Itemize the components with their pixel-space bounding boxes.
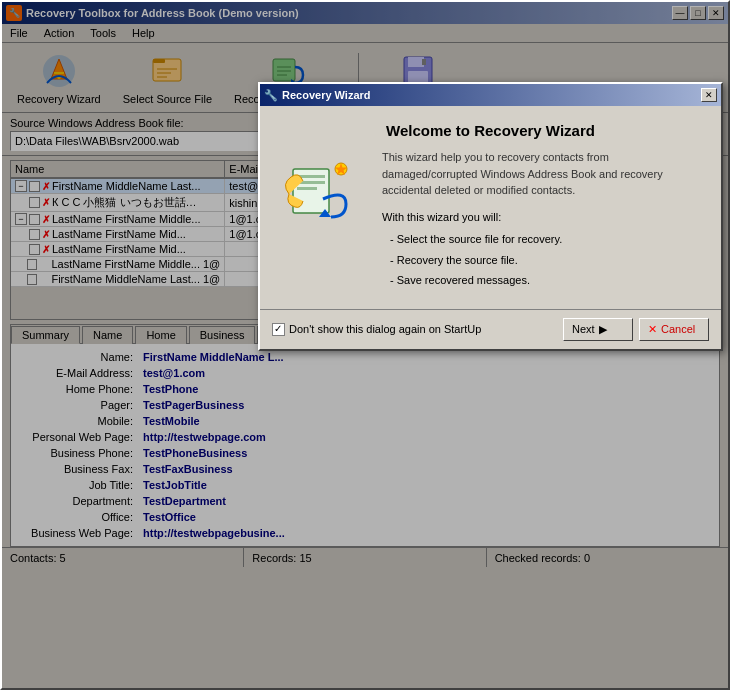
modal-text: This wizard help you to recovery contact… [382,149,705,293]
main-window: 🔧 Recovery Toolbox for Address Book (Dem… [0,0,730,690]
dont-show-row: Don't show this dialog again on StartUp [272,323,481,336]
modal-bullet-1: - Select the source file for recovery. [390,231,705,248]
modal-wizard-icon [276,149,366,229]
modal-overlay: 🔧 Recovery Wizard ✕ Welcome to Recovery … [2,2,728,688]
dont-show-label: Don't show this dialog again on StartUp [289,323,481,335]
modal-title-bar: 🔧 Recovery Wizard ✕ [260,84,721,106]
dont-show-checkbox[interactable] [272,323,285,336]
modal-body: This wizard help you to recovery contact… [276,149,705,293]
modal-description: This wizard help you to recovery contact… [382,149,705,199]
cancel-x-icon: ✕ [648,323,657,336]
modal-content: Welcome to Recovery Wizard [260,106,721,309]
modal-bullet-2: - Recovery the source file. [390,252,705,269]
modal-wand-icon: 🔧 [264,89,278,102]
modal-header: Welcome to Recovery Wizard [276,122,705,139]
next-button[interactable]: Next ▶ [563,318,633,341]
modal-close-button[interactable]: ✕ [701,88,717,102]
cancel-button[interactable]: ✕ Cancel [639,318,709,341]
modal-bullet-3: - Save recovered messages. [390,272,705,289]
modal-footer: Don't show this dialog again on StartUp … [260,309,721,349]
recovery-wizard-modal: 🔧 Recovery Wizard ✕ Welcome to Recovery … [258,82,723,351]
next-arrow-icon: ▶ [599,323,607,336]
modal-will-label: With this wizard you will: [382,209,705,226]
modal-title-text: 🔧 Recovery Wizard [264,89,371,102]
modal-buttons: Next ▶ ✕ Cancel [563,318,709,341]
svg-rect-14 [297,187,317,190]
